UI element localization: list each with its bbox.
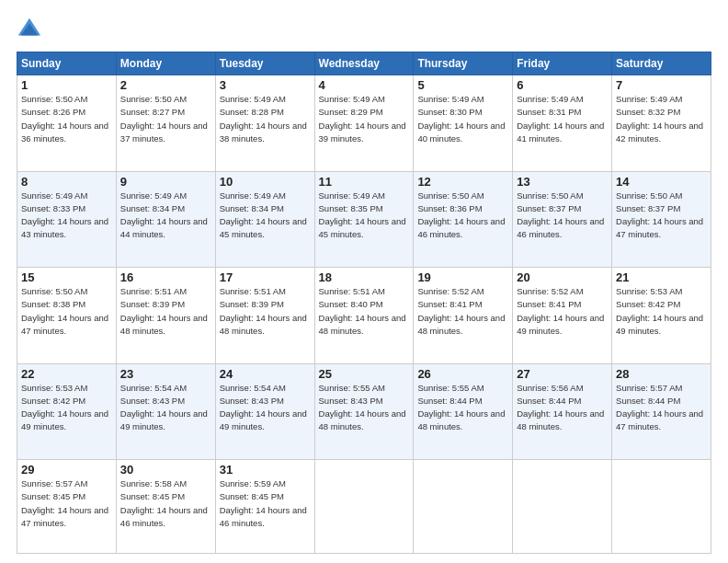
table-row: [414, 460, 513, 554]
sunrise-label: Sunrise: 5:57 AM: [616, 383, 682, 393]
sunrise-label: Sunrise: 5:50 AM: [21, 94, 87, 104]
table-row: 6 Sunrise: 5:49 AM Sunset: 8:31 PM Dayli…: [513, 75, 612, 172]
day-number: 19: [417, 270, 508, 284]
day-info: Sunrise: 5:57 AM Sunset: 8:44 PM Dayligh…: [616, 382, 707, 434]
sunrise-label: Sunrise: 5:50 AM: [517, 190, 583, 201]
table-row: 24 Sunrise: 5:54 AM Sunset: 8:43 PM Dayl…: [215, 363, 314, 460]
day-info: Sunrise: 5:54 AM Sunset: 8:43 PM Dayligh…: [220, 382, 311, 434]
sunset-label: Sunset: 8:32 PM: [616, 107, 680, 117]
table-row: 4 Sunrise: 5:49 AM Sunset: 8:29 PM Dayli…: [314, 75, 414, 172]
sunset-label: Sunset: 8:45 PM: [220, 491, 284, 501]
sunset-label: Sunset: 8:44 PM: [517, 396, 581, 406]
table-row: 30 Sunrise: 5:58 AM Sunset: 8:45 PM Dayl…: [116, 460, 215, 554]
day-number: 12: [417, 175, 508, 189]
day-number: 18: [319, 270, 410, 284]
table-row: 12 Sunrise: 5:50 AM Sunset: 8:36 PM Dayl…: [414, 171, 513, 268]
daylight-label: Daylight: 14 hours and 41 minutes.: [517, 121, 604, 144]
calendar-week-row: 8 Sunrise: 5:49 AM Sunset: 8:33 PM Dayli…: [17, 171, 711, 268]
table-row: 19 Sunrise: 5:52 AM Sunset: 8:41 PM Dayl…: [414, 268, 513, 364]
day-info: Sunrise: 5:49 AM Sunset: 8:34 PM Dayligh…: [120, 190, 211, 242]
calendar-week-row: 29 Sunrise: 5:57 AM Sunset: 8:45 PM Dayl…: [17, 460, 711, 554]
sunset-label: Sunset: 8:45 PM: [21, 491, 85, 501]
sunset-label: Sunset: 8:30 PM: [417, 107, 482, 117]
col-wednesday: Wednesday: [314, 52, 414, 75]
day-info: Sunrise: 5:49 AM Sunset: 8:30 PM Dayligh…: [417, 93, 508, 145]
sunset-label: Sunset: 8:39 PM: [220, 299, 284, 309]
sunset-label: Sunset: 8:36 PM: [417, 203, 482, 213]
calendar-week-row: 22 Sunrise: 5:53 AM Sunset: 8:42 PM Dayl…: [17, 363, 711, 460]
table-row: 7 Sunrise: 5:49 AM Sunset: 8:32 PM Dayli…: [612, 75, 711, 172]
daylight-label: Daylight: 14 hours and 49 minutes.: [616, 313, 703, 336]
calendar-table: Sunday Monday Tuesday Wednesday Thursday…: [17, 52, 711, 554]
table-row: 9 Sunrise: 5:49 AM Sunset: 8:34 PM Dayli…: [116, 171, 215, 268]
header: [17, 17, 711, 42]
table-row: 31 Sunrise: 5:59 AM Sunset: 8:45 PM Dayl…: [215, 460, 314, 554]
day-number: 16: [120, 270, 211, 284]
sunset-label: Sunset: 8:40 PM: [319, 299, 383, 309]
sunrise-label: Sunrise: 5:49 AM: [319, 94, 385, 104]
day-info: Sunrise: 5:49 AM Sunset: 8:34 PM Dayligh…: [220, 190, 311, 242]
day-info: Sunrise: 5:49 AM Sunset: 8:28 PM Dayligh…: [220, 93, 311, 145]
table-row: 14 Sunrise: 5:50 AM Sunset: 8:37 PM Dayl…: [612, 171, 711, 268]
table-row: 26 Sunrise: 5:55 AM Sunset: 8:44 PM Dayl…: [414, 363, 513, 460]
day-number: 15: [21, 270, 112, 284]
table-row: 8 Sunrise: 5:49 AM Sunset: 8:33 PM Dayli…: [17, 171, 117, 268]
sunrise-label: Sunrise: 5:51 AM: [120, 286, 187, 296]
sunset-label: Sunset: 8:33 PM: [21, 203, 85, 213]
day-number: 30: [120, 463, 211, 477]
sunrise-label: Sunrise: 5:49 AM: [220, 94, 286, 104]
sunset-label: Sunset: 8:31 PM: [517, 107, 581, 117]
sunset-label: Sunset: 8:37 PM: [616, 203, 680, 213]
day-info: Sunrise: 5:49 AM Sunset: 8:33 PM Dayligh…: [21, 190, 112, 242]
sunrise-label: Sunrise: 5:58 AM: [120, 478, 187, 488]
table-row: 15 Sunrise: 5:50 AM Sunset: 8:38 PM Dayl…: [17, 268, 117, 364]
day-info: Sunrise: 5:49 AM Sunset: 8:32 PM Dayligh…: [616, 93, 707, 145]
day-number: 26: [417, 367, 508, 381]
day-info: Sunrise: 5:50 AM Sunset: 8:26 PM Dayligh…: [21, 93, 112, 145]
sunrise-label: Sunrise: 5:57 AM: [21, 478, 87, 488]
day-number: 3: [220, 78, 311, 92]
table-row: 21 Sunrise: 5:53 AM Sunset: 8:42 PM Dayl…: [612, 268, 711, 364]
sunset-label: Sunset: 8:34 PM: [220, 203, 284, 213]
sunset-label: Sunset: 8:26 PM: [21, 107, 85, 117]
sunset-label: Sunset: 8:42 PM: [21, 396, 85, 406]
sunrise-label: Sunrise: 5:54 AM: [220, 383, 286, 393]
sunset-label: Sunset: 8:35 PM: [319, 203, 383, 213]
sunrise-label: Sunrise: 5:49 AM: [319, 190, 385, 201]
daylight-label: Daylight: 14 hours and 48 minutes.: [417, 408, 505, 431]
sunrise-label: Sunrise: 5:54 AM: [120, 383, 187, 393]
sunrise-label: Sunrise: 5:49 AM: [517, 94, 583, 104]
sunrise-label: Sunrise: 5:55 AM: [319, 383, 385, 393]
col-sunday: Sunday: [17, 52, 117, 75]
sunrise-label: Sunrise: 5:56 AM: [517, 383, 583, 393]
col-friday: Friday: [513, 52, 612, 75]
sunset-label: Sunset: 8:29 PM: [319, 107, 383, 117]
daylight-label: Daylight: 14 hours and 42 minutes.: [616, 121, 703, 144]
calendar-header-row: Sunday Monday Tuesday Wednesday Thursday…: [17, 52, 711, 75]
day-info: Sunrise: 5:50 AM Sunset: 8:38 PM Dayligh…: [21, 285, 112, 338]
daylight-label: Daylight: 14 hours and 48 minutes.: [517, 408, 604, 431]
sunrise-label: Sunrise: 5:51 AM: [319, 286, 385, 296]
day-number: 29: [21, 463, 112, 477]
logo-icon: [17, 17, 42, 42]
day-number: 23: [120, 367, 211, 381]
table-row: 17 Sunrise: 5:51 AM Sunset: 8:39 PM Dayl…: [215, 268, 314, 364]
table-row: 29 Sunrise: 5:57 AM Sunset: 8:45 PM Dayl…: [17, 460, 117, 554]
table-row: 23 Sunrise: 5:54 AM Sunset: 8:43 PM Dayl…: [116, 363, 215, 460]
sunrise-label: Sunrise: 5:50 AM: [21, 286, 87, 296]
table-row: 10 Sunrise: 5:49 AM Sunset: 8:34 PM Dayl…: [215, 171, 314, 268]
sunset-label: Sunset: 8:43 PM: [319, 396, 383, 406]
daylight-label: Daylight: 14 hours and 48 minutes.: [120, 313, 208, 336]
day-info: Sunrise: 5:53 AM Sunset: 8:42 PM Dayligh…: [21, 382, 112, 434]
day-info: Sunrise: 5:50 AM Sunset: 8:27 PM Dayligh…: [120, 93, 211, 145]
daylight-label: Daylight: 14 hours and 44 minutes.: [120, 216, 208, 239]
day-number: 31: [220, 463, 311, 477]
daylight-label: Daylight: 14 hours and 47 minutes.: [21, 313, 108, 336]
day-number: 28: [616, 367, 707, 381]
table-row: 2 Sunrise: 5:50 AM Sunset: 8:27 PM Dayli…: [116, 75, 215, 172]
day-info: Sunrise: 5:57 AM Sunset: 8:45 PM Dayligh…: [21, 477, 112, 530]
day-number: 25: [319, 367, 410, 381]
day-number: 4: [319, 78, 410, 92]
day-info: Sunrise: 5:53 AM Sunset: 8:42 PM Dayligh…: [616, 285, 707, 338]
day-number: 5: [417, 78, 508, 92]
